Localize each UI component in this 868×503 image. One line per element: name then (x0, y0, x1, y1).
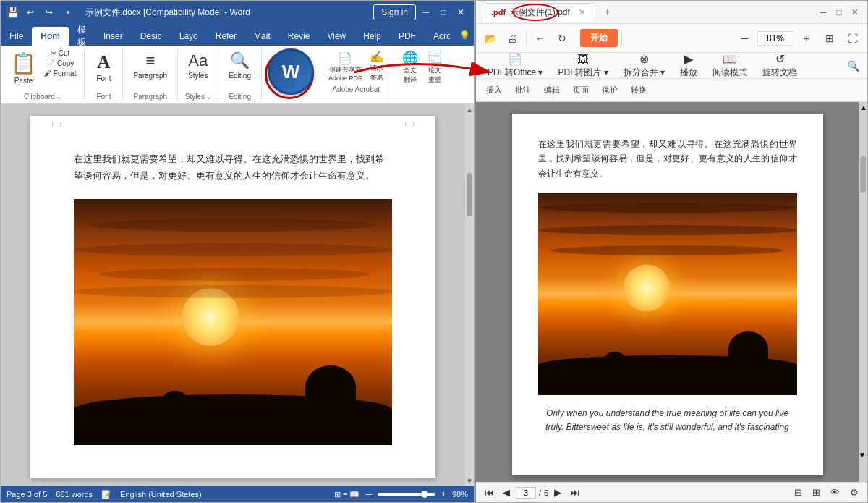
pdf-rotate-button[interactable]: ↺ 旋转文档 (755, 49, 804, 82)
tab-home[interactable]: Hom (32, 27, 69, 46)
pdf-search-button[interactable]: 🔍 (843, 56, 863, 76)
pdf-print-button[interactable]: 🖨 (502, 28, 522, 48)
pdf-scroll-up[interactable]: ▲ (859, 102, 867, 113)
minimize-button[interactable]: ─ (419, 5, 433, 20)
pdf-last-page-button[interactable]: ⏭ (567, 486, 582, 499)
scroll-thumb[interactable] (467, 173, 472, 216)
zoom-in[interactable]: + (441, 489, 446, 499)
pdf-tab-close[interactable]: ✕ (579, 7, 586, 17)
pdf-refresh-button[interactable]: ↻ (552, 28, 572, 48)
zoom-level: 98% (452, 490, 468, 499)
pdf-back-button[interactable]: ← (530, 28, 550, 48)
pdf-protect-tab[interactable]: 保护 (596, 83, 624, 97)
pdf-play-button[interactable]: ▶ 播放 (673, 49, 705, 82)
tab-review[interactable]: Revie (279, 27, 319, 46)
view-mode-icons[interactable]: ⊞ ≡ 📖 (334, 490, 360, 499)
pdf-zoom-input[interactable] (757, 31, 793, 46)
request-sign-button[interactable]: ✍ 请求签名 (367, 48, 387, 84)
tab-acrobat[interactable]: Acrc (425, 27, 459, 46)
create-pdf-button[interactable]: 📄 创建共享文Adobe PDF (326, 50, 365, 83)
pdf-page-label: 页面 (573, 85, 589, 96)
pdf-next-page-button[interactable]: ▶ (551, 486, 564, 499)
pdf-close-button[interactable]: ✕ (848, 6, 861, 19)
maximize-button[interactable]: □ (436, 5, 451, 20)
quick-redo[interactable]: ↪ (42, 5, 56, 20)
pdf-convert-office-button[interactable]: 📄 PDF转Office ▾ (480, 49, 550, 82)
pdf-fullscreen-button[interactable]: ⛶ (843, 28, 863, 48)
styles-icon: Aa (188, 51, 208, 70)
pdf-restore-button[interactable]: □ (833, 6, 846, 19)
paragraph-button[interactable]: ≡ Paragraph (129, 48, 171, 83)
font-button[interactable]: A Font (90, 48, 116, 85)
pdf-zoom-out-button[interactable]: ─ (734, 28, 754, 48)
pdf-convert-tab[interactable]: 转换 (625, 83, 652, 97)
pdf-comment-label: 批注 (515, 85, 531, 96)
pdf-scroll-area[interactable]: 在这里我们就更需要希望，却又难以寻得。在这充满恐惧的世界里，找到希望谈何容易，但… (476, 102, 859, 482)
pdf-edit-tab[interactable]: 编辑 (538, 83, 566, 97)
close-button[interactable]: ✕ (454, 5, 468, 20)
paste-button[interactable]: 📋 Paste (7, 48, 41, 88)
format-painter-button[interactable]: 🖌 Format (42, 69, 78, 78)
page-corner-tr (405, 122, 414, 127)
editing-button[interactable]: 🔍 Editing (224, 48, 255, 83)
pdf-open-button[interactable]: 📂 (480, 28, 501, 48)
pdf-current-page-input[interactable] (516, 487, 536, 499)
pdf-settings-button[interactable]: ⚙ (847, 486, 861, 499)
pdf-minimize-button[interactable]: ─ (817, 6, 830, 19)
pdf-prev-page-button[interactable]: ◀ (500, 486, 513, 499)
zoom-thumb[interactable] (421, 491, 428, 498)
copy-button[interactable]: 📄 Copy (42, 59, 78, 68)
pdf-new-tab-button[interactable]: + (600, 4, 616, 20)
pdf-comment-tab[interactable]: 批注 (509, 83, 537, 97)
tab-template[interactable]: 模板 (69, 27, 95, 46)
styles-button[interactable]: Aa Styles (184, 48, 212, 83)
translate-button[interactable]: 🌐 全文翻译 (399, 48, 421, 86)
zoom-out[interactable]: ─ (365, 489, 372, 499)
quick-undo[interactable]: ↩ (23, 5, 38, 20)
pdf-first-page-button[interactable]: ⏮ (482, 486, 497, 499)
tab-insert[interactable]: Inser (95, 27, 132, 46)
tab-design[interactable]: Desic (132, 27, 171, 46)
pdf-convert-image-icon: 🖼 (577, 53, 589, 66)
cloud-2 (74, 243, 392, 256)
pdf-tab[interactable]: .pdf 示例文件(1).pdf ✕ (482, 3, 595, 22)
zoom-slider[interactable] (378, 493, 435, 496)
pdf-convert-image-button[interactable]: 🖼 PDF转图片 ▾ (550, 50, 615, 82)
pdf-scrollbar-v[interactable]: ▲ ▼ (859, 102, 867, 482)
cut-button[interactable]: ✂ Cut (42, 48, 78, 58)
translate-buttons: 🌐 全文翻译 📃 论文重重 (399, 48, 447, 99)
scroll-down-arrow[interactable]: ▼ (464, 475, 474, 486)
pdf-scroll-thumb[interactable] (860, 156, 866, 193)
pdf-add-button[interactable]: ⊞ (809, 486, 823, 499)
tab-pdf[interactable]: PDF (390, 27, 425, 46)
pdf-eye-button[interactable]: 👁 (827, 486, 843, 499)
pdf-fit-button[interactable]: ⊞ (820, 28, 840, 48)
pdf-read-mode-button[interactable]: 📖 阅读模式 (705, 49, 754, 82)
scroll-up-arrow[interactable]: ▲ (464, 104, 474, 115)
pdf-page-tab[interactable]: 页面 (567, 83, 595, 97)
quick-more[interactable]: ▾ (61, 5, 75, 20)
ribbon-group-paragraph: ≡ Paragraph Paragraph (123, 48, 178, 101)
doc-button[interactable]: 📃 论文重重 (422, 48, 447, 86)
tab-view[interactable]: View (318, 27, 354, 46)
pdf-scroll-down[interactable]: ▼ (857, 449, 867, 460)
title-bar-left: 💾 ↩ ↪ ▾ 示例文件.docx [Compatibility Mode] -… (7, 5, 250, 20)
pdf-split-merge-button[interactable]: ⊗ 拆分合并 ▾ (616, 49, 672, 82)
word-scrollbar-v[interactable]: ▲ ▼ (465, 104, 474, 486)
doc-scroll-area[interactable]: 在这里我们就更需要希望，却又难以寻得。在这充满恐惧的世界里，找到希望谈何容易，但… (1, 104, 465, 486)
tab-references[interactable]: Refer (207, 27, 245, 46)
tab-file[interactable]: File (1, 27, 32, 46)
paragraph-group-label: Paragraph (133, 93, 167, 101)
tab-layout[interactable]: Layo (171, 27, 207, 46)
cloud-1 (90, 219, 376, 232)
word-circle-button[interactable]: W (268, 48, 314, 95)
ribbon-group-font: A Font Font (85, 48, 123, 101)
pdf-insert-tab[interactable]: 插入 (480, 83, 508, 97)
pdf-fit-page-button[interactable]: ⊟ (791, 486, 805, 499)
pdf-page-separator: / (539, 489, 541, 497)
pdf-zoom-in-button[interactable]: + (796, 28, 817, 48)
tab-help[interactable]: Help (354, 27, 390, 46)
pdf-start-button[interactable]: 开始 (580, 29, 618, 47)
tab-mail[interactable]: Mait (245, 27, 279, 46)
signin-button[interactable]: Sign in (373, 4, 416, 20)
